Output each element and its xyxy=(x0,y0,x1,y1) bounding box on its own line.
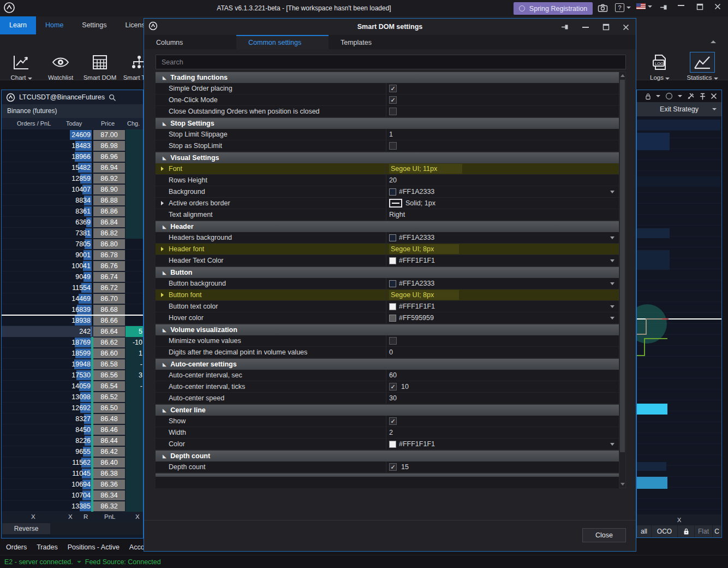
dom-price-ladder[interactable]: 2460987.001848386.981896686.961548286.94… xyxy=(2,129,143,512)
tool-statistics[interactable]: Statistics xyxy=(685,52,719,81)
price-cell[interactable]: 86.62 xyxy=(93,338,125,347)
setting-value-cell[interactable]: 60 xyxy=(386,370,619,381)
price-cell[interactable]: 86.40 xyxy=(93,458,125,468)
bottom-tab-orders[interactable]: Orders xyxy=(1,543,32,551)
column-header-price[interactable]: Price xyxy=(101,120,115,127)
price-cell[interactable]: 86.48 xyxy=(93,414,125,424)
button-oco[interactable]: OCO xyxy=(652,525,678,537)
price-cell[interactable]: 86.92 xyxy=(93,174,125,184)
price-cell[interactable]: 86.52 xyxy=(93,392,125,402)
dropdown-caret-icon[interactable] xyxy=(610,236,614,239)
settings-row-button-font[interactable]: Button fontSegoe UI; 8px xyxy=(156,289,619,301)
dialog-minimize-button[interactable] xyxy=(582,26,589,28)
settings-scrollbar[interactable] xyxy=(619,72,626,488)
color-swatch[interactable] xyxy=(389,188,396,196)
button-flat[interactable]: Flat xyxy=(695,525,713,537)
column-header-today[interactable]: Today xyxy=(66,120,82,127)
checkbox-checked[interactable]: ✓ xyxy=(389,383,397,390)
checkbox-checked[interactable]: ✓ xyxy=(389,417,397,425)
dropdown-caret-icon[interactable] xyxy=(610,191,614,193)
dialog-tab-common-settings[interactable]: Common settings xyxy=(236,35,329,49)
setting-value-cell[interactable]: ✓15 xyxy=(386,461,619,472)
dom-row-86.66[interactable]: 1893886.66 xyxy=(2,315,143,326)
scrollbar-thumb[interactable] xyxy=(620,80,625,452)
settings-row-button-background[interactable]: Button background#FF1A2333 xyxy=(156,278,619,289)
dom-row-86.44[interactable]: 822686.44 xyxy=(2,435,143,446)
lock-dropdown-caret-icon[interactable] xyxy=(656,95,660,97)
setting-value-cell[interactable]: ✓10 xyxy=(386,381,619,392)
dom-row-86.68[interactable]: 1683986.68 xyxy=(2,304,143,315)
footer-cell-x[interactable]: X xyxy=(68,513,73,520)
help-button[interactable]: ? xyxy=(615,3,631,12)
price-cell[interactable]: 86.34 xyxy=(93,490,125,500)
circle-marker-icon[interactable] xyxy=(665,92,673,100)
dom-row-86.70[interactable]: 1446986.70 xyxy=(2,293,143,304)
price-cell[interactable]: 86.64 xyxy=(93,327,125,336)
dialog-pin-button[interactable] xyxy=(561,23,569,31)
dom-row-86.36[interactable]: 1069486.36 xyxy=(2,479,143,490)
dialog-titlebar[interactable]: Smart DOM settings xyxy=(144,19,636,35)
column-header-chg[interactable]: Chg. xyxy=(127,120,140,127)
checkbox[interactable] xyxy=(389,337,397,345)
ribbon-collapse-button[interactable] xyxy=(711,40,716,43)
price-cell[interactable]: 86.80 xyxy=(93,239,125,249)
dom-row-86.34[interactable]: 1070486.34 xyxy=(2,490,143,501)
price-cell[interactable]: 86.78 xyxy=(93,250,125,260)
price-cell[interactable]: 86.74 xyxy=(93,272,125,282)
section-header-header[interactable]: ◢Header xyxy=(156,221,619,232)
settings-row-font[interactable]: FontSegoe UI; 11px xyxy=(156,163,619,175)
setting-value-cell[interactable]: #FFF1F1F1 xyxy=(386,301,619,312)
color-swatch[interactable] xyxy=(389,315,396,322)
search-icon[interactable] xyxy=(109,94,116,101)
server-status-caret-icon[interactable] xyxy=(77,561,81,563)
tool-smart-dom[interactable]: Smart DOM xyxy=(83,52,117,81)
setting-value-cell[interactable]: 30 xyxy=(386,393,619,404)
setting-value-cell[interactable]: 20 xyxy=(386,175,619,186)
price-cell[interactable]: 86.76 xyxy=(93,261,125,271)
dom-row-86.72[interactable]: 1155486.72 xyxy=(2,282,143,293)
setting-value-cell[interactable] xyxy=(386,106,619,117)
dom-row-86.38[interactable]: 1104586.38 xyxy=(2,468,143,479)
footer-cell-pnl[interactable]: PnL xyxy=(104,513,115,520)
settings-row-background[interactable]: Background#FF1A2333 xyxy=(156,186,619,198)
setting-value-cell[interactable]: 1 xyxy=(386,129,619,140)
close-panel-icon[interactable] xyxy=(711,93,717,99)
dom-row-86.46[interactable]: 845086.46 xyxy=(2,424,143,435)
footer-cell-x[interactable]: X xyxy=(135,513,140,520)
bottom-tab-trades[interactable]: Trades xyxy=(32,543,62,551)
server-status-label[interactable]: E2 - server connected. xyxy=(4,558,73,566)
dropdown-caret-icon[interactable] xyxy=(610,259,614,262)
footer-cell-r[interactable]: R xyxy=(83,513,88,520)
expand-icon[interactable] xyxy=(161,201,164,205)
dom-row-86.92[interactable]: 1285986.92 xyxy=(2,173,143,184)
settings-row-auto-center-speed[interactable]: Auto-center speed30 xyxy=(156,393,619,404)
dropdown-caret-icon[interactable] xyxy=(610,317,614,319)
dom-row-86.80[interactable]: 780586.80 xyxy=(2,239,143,250)
dom-row-86.64[interactable]: 24286.645 xyxy=(2,326,143,337)
setting-value-cell[interactable]: ✓ xyxy=(386,94,619,105)
minimize-button[interactable] xyxy=(678,4,685,7)
price-cell[interactable]: 86.84 xyxy=(93,217,125,227)
settings-row-width[interactable]: Width2 xyxy=(156,427,619,439)
setting-value-cell[interactable]: 0 xyxy=(386,347,619,358)
pin-window-button[interactable] xyxy=(660,3,668,11)
settings-row-active-orders-border[interactable]: Active orders borderSolid; 1px xyxy=(156,198,619,209)
dom-row-86.78[interactable]: 900186.78 xyxy=(2,250,143,261)
section-header-stop-settings[interactable]: ◢Stop Settings xyxy=(156,117,619,129)
setting-value-cell[interactable]: #FF1A2333 xyxy=(386,186,619,197)
exit-strategy-dropdown[interactable]: Exit Strategy xyxy=(637,102,721,116)
price-cell[interactable]: 86.70 xyxy=(93,294,125,304)
setting-value-cell[interactable] xyxy=(386,335,619,346)
dom-row-86.94[interactable]: 1548286.94 xyxy=(2,162,143,173)
price-cell[interactable]: 86.46 xyxy=(93,425,125,435)
setting-value-cell[interactable]: #FFF1F1F1 xyxy=(386,439,619,449)
dialog-close-x-button[interactable] xyxy=(623,24,629,31)
marker-dropdown-caret-icon[interactable] xyxy=(678,95,682,97)
dom-row-86.48[interactable]: 832786.48 xyxy=(2,413,143,424)
right-panel-ladder[interactable] xyxy=(637,116,721,514)
expand-icon[interactable] xyxy=(161,167,164,171)
settings-row-depth-count[interactable]: Depth count✓15 xyxy=(156,461,619,473)
settings-row-button-text-color[interactable]: Button text color#FFF1F1F1 xyxy=(156,301,619,312)
section-header-visual-settings[interactable]: ◢Visual Settings xyxy=(156,152,619,163)
tool-chart[interactable]: Chart xyxy=(4,52,38,81)
